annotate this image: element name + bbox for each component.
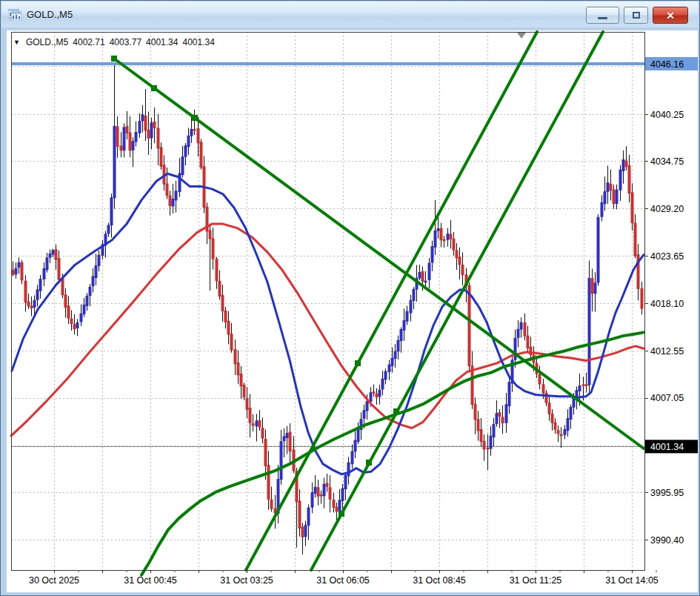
price-tick-label[interactable]: 4007.05 bbox=[650, 393, 684, 403]
trendline-handle[interactable] bbox=[111, 56, 117, 62]
trendline-handle[interactable] bbox=[393, 408, 399, 414]
maximize-button[interactable] bbox=[624, 7, 648, 24]
candle-body bbox=[564, 429, 566, 434]
candle-body bbox=[477, 420, 479, 431]
price-tick-label[interactable]: 4018.10 bbox=[650, 299, 684, 309]
price-tag-label: 4001.34 bbox=[650, 442, 684, 452]
candle-body bbox=[551, 414, 553, 423]
info-close: 4001.34 bbox=[182, 37, 214, 47]
candle-body bbox=[184, 146, 187, 156]
trendline-handle[interactable] bbox=[339, 511, 344, 517]
window-title: GOLD.,M5 bbox=[27, 9, 73, 20]
minimize-button[interactable] bbox=[586, 7, 619, 24]
candle-body bbox=[508, 383, 510, 406]
candle-body bbox=[95, 266, 97, 278]
candle-body bbox=[221, 295, 224, 311]
candle-body bbox=[388, 365, 390, 371]
candle-body bbox=[311, 493, 313, 508]
candle-body bbox=[496, 414, 498, 424]
candle-body bbox=[289, 432, 291, 451]
candle-body bbox=[249, 408, 251, 423]
candle-body bbox=[246, 398, 248, 409]
trendline-handle[interactable] bbox=[355, 360, 361, 366]
candle-body bbox=[270, 500, 273, 509]
minimize-icon bbox=[598, 17, 607, 19]
ohlc-info-bar: ▼ GOLD.,M5 4002.71 4003.77 4001.34 4001.… bbox=[13, 37, 215, 47]
candle-body bbox=[18, 262, 20, 267]
candle-body bbox=[12, 270, 14, 274]
price-tick-label[interactable]: 4029.20 bbox=[650, 204, 684, 214]
candle-body bbox=[190, 129, 193, 136]
time-label[interactable]: 31 Oct 14:05 bbox=[605, 575, 659, 586]
candle-body bbox=[579, 386, 581, 391]
symbol-dropdown-icon[interactable]: ▼ bbox=[13, 39, 20, 46]
candle-body bbox=[421, 271, 424, 281]
candle-body bbox=[64, 295, 67, 308]
candle-body bbox=[597, 217, 599, 282]
candle-body bbox=[113, 126, 116, 198]
candle-body bbox=[15, 268, 17, 274]
info-high: 4003.77 bbox=[110, 37, 141, 47]
candle-body bbox=[567, 419, 569, 431]
price-tick-label[interactable]: 3990.40 bbox=[650, 535, 684, 546]
price-tick-label[interactable]: 4034.75 bbox=[650, 156, 684, 167]
chart-canvas[interactable]: 30 Oct 202531 Oct 00:4531 Oct 03:2531 Oc… bbox=[7, 30, 698, 592]
candle-body bbox=[594, 283, 596, 294]
price-tick-label[interactable]: 4023.65 bbox=[650, 251, 684, 262]
candle-body bbox=[326, 483, 328, 486]
candle-body bbox=[33, 300, 36, 307]
candle-body bbox=[440, 228, 442, 239]
candle-body bbox=[625, 161, 627, 167]
candle-body bbox=[447, 234, 449, 239]
close-button[interactable]: ✕ bbox=[653, 7, 688, 24]
candle-body bbox=[487, 448, 489, 449]
time-label[interactable]: 31 Oct 06:05 bbox=[316, 575, 370, 586]
candle-body bbox=[588, 278, 590, 385]
trendline-handle[interactable] bbox=[192, 115, 198, 121]
candle-body bbox=[89, 287, 91, 295]
candle-body bbox=[336, 507, 338, 511]
trendline-channel-lower[interactable] bbox=[311, 32, 603, 570]
candle-body bbox=[524, 322, 526, 336]
candle-body bbox=[317, 488, 319, 496]
candle-body bbox=[240, 374, 242, 385]
candle-body bbox=[86, 296, 88, 305]
candle-body bbox=[434, 231, 436, 247]
candle-body bbox=[92, 277, 94, 286]
price-tick-label[interactable]: 3995.95 bbox=[650, 488, 684, 498]
candle-body bbox=[61, 279, 64, 294]
candle-body bbox=[320, 495, 322, 496]
window-titlebar[interactable]: GOLD.,M5 ✕ bbox=[1, 1, 699, 27]
trendline-handle[interactable] bbox=[366, 460, 372, 466]
candle-body bbox=[39, 279, 41, 291]
candle-body bbox=[604, 192, 606, 204]
candle-body bbox=[43, 268, 45, 279]
time-label[interactable]: 31 Oct 03:25 bbox=[220, 575, 273, 586]
candle-body bbox=[622, 159, 624, 170]
candle-body bbox=[410, 300, 412, 313]
candle-body bbox=[424, 281, 427, 282]
candle-body bbox=[120, 146, 122, 150]
trendline-handle[interactable] bbox=[151, 85, 157, 91]
info-open: 4002.71 bbox=[73, 37, 104, 47]
candle-body bbox=[21, 262, 23, 280]
candle-body bbox=[147, 130, 150, 139]
candle-body bbox=[373, 392, 375, 393]
time-label[interactable]: 31 Oct 11:25 bbox=[510, 575, 562, 586]
candle-body bbox=[391, 358, 393, 365]
candle-body bbox=[591, 279, 593, 294]
candle-body bbox=[616, 190, 618, 203]
time-label[interactable]: 31 Oct 00:45 bbox=[124, 575, 177, 586]
price-tick-label[interactable]: 4040.25 bbox=[650, 110, 684, 120]
candle-body bbox=[36, 290, 39, 299]
candle-body bbox=[403, 321, 405, 331]
price-tick-label[interactable]: 4012.55 bbox=[650, 346, 684, 357]
candle-body bbox=[110, 198, 113, 225]
time-label[interactable]: 31 Oct 08:45 bbox=[413, 575, 466, 586]
time-label[interactable]: 30 Oct 2025 bbox=[29, 575, 79, 586]
candle-body bbox=[520, 322, 522, 329]
trendline-channel-upper[interactable] bbox=[246, 32, 537, 570]
info-symbol-period: GOLD.,M5 bbox=[26, 37, 68, 47]
candle-body bbox=[153, 122, 156, 128]
candle-body bbox=[490, 436, 492, 448]
